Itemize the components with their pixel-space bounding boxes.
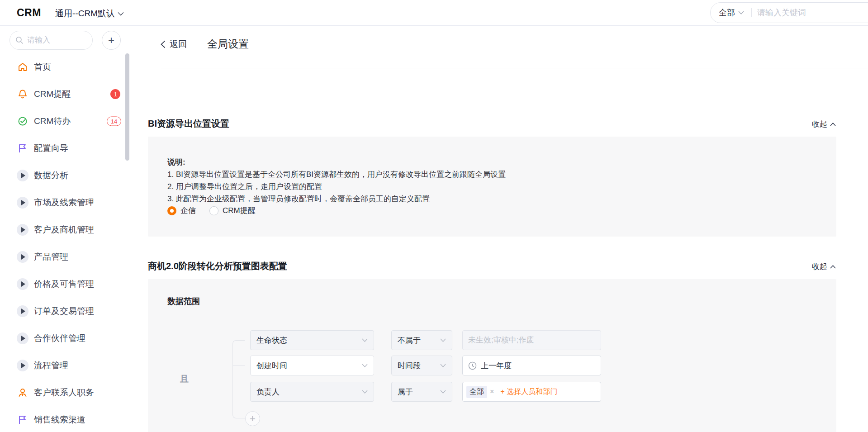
global-search: 全部 bbox=[710, 2, 868, 23]
sidebar-item-crm-todo[interactable]: CRM待办 14 bbox=[0, 108, 130, 135]
sidebar-item-label: 首页 bbox=[34, 61, 51, 73]
remove-tag-icon[interactable]: × bbox=[490, 388, 494, 396]
collapse-label: 收起 bbox=[812, 119, 827, 129]
chevron-up-icon bbox=[830, 123, 836, 126]
workspace-switcher[interactable]: 通用--CRM默认 bbox=[55, 8, 124, 19]
radio-label: 企信 bbox=[180, 205, 196, 216]
add-condition-button[interactable]: + bbox=[245, 411, 260, 426]
filter-operator-select-2[interactable]: 时间段 bbox=[391, 356, 452, 375]
sidebar-item-config-wizard[interactable]: 配置向导 bbox=[0, 135, 130, 162]
bi-export-panel: 说明: 1. BI资源导出位置设置是基于全公司所有BI资源都生效的，用户没有修改… bbox=[148, 137, 836, 237]
workspace-label: 通用--CRM默认 bbox=[55, 8, 115, 19]
sidebar-search bbox=[9, 31, 93, 50]
expand-caret-icon bbox=[17, 278, 28, 290]
expand-caret-icon bbox=[17, 224, 28, 236]
chevron-down-icon bbox=[362, 364, 368, 367]
collapse-toggle-section1[interactable]: 收起 bbox=[812, 119, 836, 129]
sidebar-item-order-trade[interactable]: 订单及交易管理 bbox=[0, 298, 130, 325]
select-people-link[interactable]: + 选择人员和部门 bbox=[500, 387, 557, 397]
sidebar-item-price-mgmt[interactable]: 价格及可售管理 bbox=[0, 271, 130, 298]
radio-option-qixin[interactable]: 企信 bbox=[167, 205, 196, 216]
field-value: 创建时间 bbox=[256, 361, 287, 371]
sidebar-item-crm-reminder[interactable]: CRM提醒 1 bbox=[0, 81, 130, 108]
filter-field-select-2[interactable]: 创建时间 bbox=[250, 356, 374, 375]
sidebar-item-label: 合作伙伴管理 bbox=[34, 332, 85, 344]
chevron-down-icon bbox=[738, 11, 744, 14]
filter-value-input-1 bbox=[462, 330, 601, 350]
condition-bracket bbox=[232, 340, 245, 418]
chevron-up-icon bbox=[830, 265, 836, 269]
expand-caret-icon bbox=[17, 332, 28, 344]
sidebar-item-label: 客户及商机管理 bbox=[34, 224, 94, 236]
chevron-down-icon bbox=[440, 364, 446, 367]
flag-icon bbox=[17, 414, 28, 426]
filter-field-select-1[interactable]: 生命状态 bbox=[250, 330, 374, 350]
datetime-value: 上一年度 bbox=[481, 361, 512, 371]
search-divider bbox=[751, 8, 752, 17]
selected-tag: 全部 bbox=[466, 386, 487, 398]
filter-value-datetime-2[interactable]: 上一年度 bbox=[462, 356, 601, 375]
filter-value-field[interactable] bbox=[468, 336, 595, 345]
chevron-down-icon bbox=[362, 338, 368, 342]
sidebar-item-label: 客户联系人职务 bbox=[34, 387, 94, 399]
main-content: 返回 全局设置 BI资源导出位置设置 收起 说明: 1. BI资源导出位置设置是… bbox=[131, 26, 868, 432]
sidebar-search-input[interactable] bbox=[27, 36, 81, 45]
global-search-input[interactable] bbox=[757, 8, 839, 18]
sidebar-item-data-analysis[interactable]: 数据分析 bbox=[0, 162, 130, 189]
data-scope-label: 数据范围 bbox=[167, 296, 200, 307]
sidebar-item-process-mgmt[interactable]: 流程管理 bbox=[0, 352, 130, 379]
chevron-down-icon bbox=[362, 390, 368, 394]
todo-count-badge: 14 bbox=[107, 117, 121, 126]
field-value: 负责人 bbox=[256, 387, 280, 397]
note-line: 3. 此配置为企业级配置，当管理员修改配置时，会覆盖全部员工的自定义配置 bbox=[167, 194, 430, 204]
sidebar-item-label: 配置向导 bbox=[34, 142, 68, 154]
sidebar-item-label: 数据分析 bbox=[34, 170, 68, 181]
radio-unselected-icon bbox=[209, 206, 218, 215]
search-scope-dropdown[interactable]: 全部 bbox=[719, 7, 744, 18]
radio-label: CRM提醒 bbox=[223, 205, 256, 216]
sidebar-item-home[interactable]: 首页 bbox=[0, 53, 130, 81]
expand-caret-icon bbox=[17, 305, 28, 317]
sidebar-item-label: 销售线索渠道 bbox=[34, 414, 85, 426]
home-icon bbox=[17, 61, 28, 73]
note-line: 2. 用户调整导出位置之后，走用户设置的配置 bbox=[167, 181, 322, 192]
notification-badge: 1 bbox=[110, 89, 120, 99]
sidebar-scrollbar[interactable] bbox=[125, 53, 129, 161]
filter-field-select-3[interactable]: 负责人 bbox=[250, 382, 374, 402]
and-connector: 且 bbox=[180, 373, 189, 385]
filter-operator-select-3[interactable]: 属于 bbox=[391, 382, 452, 402]
bell-icon bbox=[17, 88, 28, 100]
section-title-opportunity-chart: 商机2.0阶段转化分析预置图表配置 bbox=[148, 260, 287, 272]
sidebar-item-product-mgmt[interactable]: 产品管理 bbox=[0, 243, 130, 271]
sidebar-item-label: 市场及线索管理 bbox=[34, 197, 94, 209]
sidebar-item-partner-mgmt[interactable]: 合作伙伴管理 bbox=[0, 325, 130, 352]
operator-value: 不属于 bbox=[398, 335, 421, 346]
sidebar-item-customer-opportunity[interactable]: 客户及商机管理 bbox=[0, 216, 130, 243]
radio-option-crm-reminder[interactable]: CRM提醒 bbox=[209, 205, 256, 216]
page-title: 全局设置 bbox=[207, 37, 249, 51]
sidebar-item-label: 价格及可售管理 bbox=[34, 278, 94, 290]
sidebar-item-label: CRM待办 bbox=[34, 115, 71, 127]
sidebar-item-label: CRM提醒 bbox=[34, 88, 71, 100]
sidebar-item-label: 流程管理 bbox=[34, 360, 68, 371]
filter-operator-select-1[interactable]: 不属于 bbox=[391, 330, 452, 350]
add-app-button[interactable]: + bbox=[102, 31, 121, 50]
sidebar-item-label: 订单及交易管理 bbox=[34, 305, 94, 317]
search-icon bbox=[15, 36, 24, 44]
section-title-bi-export: BI资源导出位置设置 bbox=[148, 118, 229, 130]
back-label: 返回 bbox=[170, 38, 187, 50]
expand-caret-icon bbox=[17, 360, 28, 371]
page-header: 返回 全局设置 bbox=[161, 37, 249, 51]
sidebar: + 首页 CRM提醒 1 CRM待办 14 配置向导 bbox=[0, 26, 131, 432]
sidebar-item-market-leads[interactable]: 市场及线索管理 bbox=[0, 189, 130, 216]
back-button[interactable]: 返回 bbox=[161, 38, 187, 50]
collapse-toggle-section2[interactable]: 收起 bbox=[812, 261, 836, 272]
sidebar-item-contact-position[interactable]: 客户联系人职务 bbox=[0, 379, 130, 406]
chevron-left-icon bbox=[161, 40, 166, 48]
sidebar-nav: 首页 CRM提醒 1 CRM待办 14 配置向导 数据分析 bbox=[0, 53, 130, 432]
sidebar-item-lead-channel[interactable]: 销售线索渠道 bbox=[0, 406, 130, 432]
note-line: 1. BI资源导出位置设置是基于全公司所有BI资源都生效的，用户没有修改导出位置… bbox=[167, 169, 506, 180]
field-value: 生命状态 bbox=[256, 335, 287, 346]
filter-value-people-3: 全部 × + 选择人员和部门 bbox=[462, 382, 601, 402]
flag-icon bbox=[17, 142, 28, 154]
